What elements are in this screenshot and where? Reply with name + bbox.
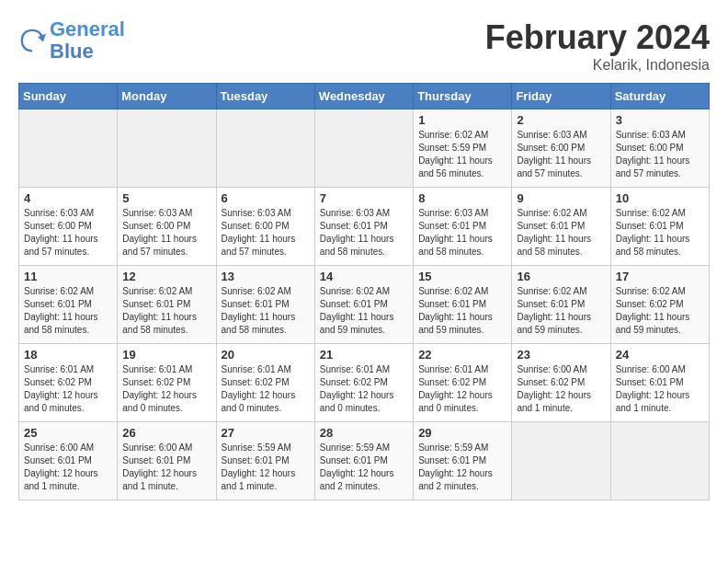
day-number: 18: [24, 348, 112, 362]
day-info: Sunrise: 6:03 AM Sunset: 6:00 PM Dayligh…: [122, 207, 210, 259]
day-number: 20: [222, 348, 310, 362]
header-cell-tuesday: Tuesday: [216, 84, 314, 109]
day-info: Sunrise: 6:03 AM Sunset: 6:00 PM Dayligh…: [24, 207, 112, 259]
week-row-5: 25Sunrise: 6:00 AM Sunset: 6:01 PM Dayli…: [19, 422, 710, 500]
day-cell: 22Sunrise: 6:01 AM Sunset: 6:02 PM Dayli…: [414, 344, 512, 422]
header-cell-friday: Friday: [512, 84, 610, 109]
day-number: 13: [222, 270, 310, 283]
logo-icon: [18, 27, 46, 54]
day-info: Sunrise: 5:59 AM Sunset: 6:01 PM Dayligh…: [320, 442, 408, 493]
title-area: February 2024 Kelarik, Indonesia: [485, 18, 710, 74]
day-info: Sunrise: 6:02 AM Sunset: 6:01 PM Dayligh…: [222, 285, 310, 337]
day-cell: 11Sunrise: 6:02 AM Sunset: 6:01 PM Dayli…: [19, 266, 118, 344]
day-info: Sunrise: 6:01 AM Sunset: 6:02 PM Dayligh…: [222, 363, 310, 415]
day-info: Sunrise: 6:00 AM Sunset: 6:01 PM Dayligh…: [122, 442, 210, 493]
header-cell-thursday: Thursday: [414, 84, 512, 109]
day-cell: 9Sunrise: 6:02 AM Sunset: 6:01 PM Daylig…: [512, 188, 610, 266]
day-cell: 1Sunrise: 6:02 AM Sunset: 5:59 PM Daylig…: [414, 109, 512, 188]
day-cell: 18Sunrise: 6:01 AM Sunset: 6:02 PM Dayli…: [19, 344, 118, 422]
day-info: Sunrise: 6:03 AM Sunset: 6:00 PM Dayligh…: [222, 207, 310, 259]
day-cell: 19Sunrise: 6:01 AM Sunset: 6:02 PM Dayli…: [118, 344, 216, 422]
day-info: Sunrise: 6:03 AM Sunset: 6:01 PM Dayligh…: [320, 207, 408, 259]
day-number: 29: [418, 426, 506, 440]
day-cell: [314, 109, 413, 188]
day-info: Sunrise: 6:02 AM Sunset: 5:59 PM Dayligh…: [418, 129, 506, 180]
day-info: Sunrise: 6:01 AM Sunset: 6:02 PM Dayligh…: [122, 363, 210, 415]
day-cell: 23Sunrise: 6:00 AM Sunset: 6:02 PM Dayli…: [512, 344, 610, 422]
day-info: Sunrise: 6:03 AM Sunset: 6:01 PM Dayligh…: [418, 207, 506, 259]
main-title: February 2024: [485, 18, 710, 57]
logo: General Blue: [18, 18, 125, 63]
day-number: 24: [616, 348, 704, 362]
day-cell: 27Sunrise: 5:59 AM Sunset: 6:01 PM Dayli…: [216, 422, 314, 500]
day-number: 16: [517, 270, 605, 283]
header-cell-monday: Monday: [118, 84, 216, 109]
day-number: 19: [122, 348, 210, 362]
day-number: 1: [418, 113, 506, 127]
day-number: 14: [320, 270, 408, 283]
day-number: 27: [222, 426, 310, 440]
day-number: 28: [320, 426, 408, 440]
day-info: Sunrise: 5:59 AM Sunset: 6:01 PM Dayligh…: [418, 442, 506, 493]
day-info: Sunrise: 6:01 AM Sunset: 6:02 PM Dayligh…: [24, 363, 112, 415]
day-info: Sunrise: 6:03 AM Sunset: 6:00 PM Dayligh…: [616, 129, 704, 180]
day-number: 4: [24, 191, 112, 205]
day-cell: [118, 109, 216, 188]
day-number: 22: [418, 348, 506, 362]
day-info: Sunrise: 6:01 AM Sunset: 6:02 PM Dayligh…: [320, 363, 408, 415]
day-number: 2: [517, 113, 605, 127]
day-cell: [610, 422, 709, 500]
subtitle: Kelarik, Indonesia: [485, 57, 710, 74]
day-number: 15: [418, 270, 506, 283]
day-cell: 26Sunrise: 6:00 AM Sunset: 6:01 PM Dayli…: [118, 422, 216, 500]
header: General Blue February 2024 Kelarik, Indo…: [18, 18, 710, 74]
day-info: Sunrise: 6:02 AM Sunset: 6:01 PM Dayligh…: [517, 285, 605, 337]
day-cell: [512, 422, 610, 500]
day-cell: [19, 109, 118, 188]
day-number: 17: [616, 270, 704, 283]
day-cell: 8Sunrise: 6:03 AM Sunset: 6:01 PM Daylig…: [414, 188, 512, 266]
day-cell: 28Sunrise: 5:59 AM Sunset: 6:01 PM Dayli…: [314, 422, 413, 500]
day-cell: 16Sunrise: 6:02 AM Sunset: 6:01 PM Dayli…: [512, 266, 610, 344]
day-cell: [216, 109, 314, 188]
day-cell: 7Sunrise: 6:03 AM Sunset: 6:01 PM Daylig…: [314, 188, 413, 266]
day-info: Sunrise: 6:02 AM Sunset: 6:01 PM Dayligh…: [122, 285, 210, 337]
day-info: Sunrise: 6:03 AM Sunset: 6:00 PM Dayligh…: [517, 129, 605, 180]
day-info: Sunrise: 5:59 AM Sunset: 6:01 PM Dayligh…: [222, 442, 310, 493]
day-number: 25: [24, 426, 112, 440]
calendar-header-row: SundayMondayTuesdayWednesdayThursdayFrid…: [19, 84, 710, 109]
day-cell: 29Sunrise: 5:59 AM Sunset: 6:01 PM Dayli…: [414, 422, 512, 500]
day-cell: 6Sunrise: 6:03 AM Sunset: 6:00 PM Daylig…: [216, 188, 314, 266]
week-row-4: 18Sunrise: 6:01 AM Sunset: 6:02 PM Dayli…: [19, 344, 710, 422]
week-row-3: 11Sunrise: 6:02 AM Sunset: 6:01 PM Dayli…: [19, 266, 710, 344]
day-cell: 4Sunrise: 6:03 AM Sunset: 6:00 PM Daylig…: [19, 188, 118, 266]
day-number: 12: [122, 270, 210, 283]
day-cell: 12Sunrise: 6:02 AM Sunset: 6:01 PM Dayli…: [118, 266, 216, 344]
day-info: Sunrise: 6:02 AM Sunset: 6:01 PM Dayligh…: [616, 207, 704, 259]
day-info: Sunrise: 6:02 AM Sunset: 6:01 PM Dayligh…: [24, 285, 112, 337]
day-number: 7: [320, 191, 408, 205]
day-number: 23: [517, 348, 605, 362]
day-cell: 14Sunrise: 6:02 AM Sunset: 6:01 PM Dayli…: [314, 266, 413, 344]
day-info: Sunrise: 6:02 AM Sunset: 6:01 PM Dayligh…: [517, 207, 605, 259]
week-row-1: 1Sunrise: 6:02 AM Sunset: 5:59 PM Daylig…: [19, 109, 710, 188]
day-cell: 3Sunrise: 6:03 AM Sunset: 6:00 PM Daylig…: [610, 109, 709, 188]
day-number: 9: [517, 191, 605, 205]
day-cell: 5Sunrise: 6:03 AM Sunset: 6:00 PM Daylig…: [118, 188, 216, 266]
day-number: 5: [122, 191, 210, 205]
day-cell: 10Sunrise: 6:02 AM Sunset: 6:01 PM Dayli…: [610, 188, 709, 266]
day-info: Sunrise: 6:02 AM Sunset: 6:01 PM Dayligh…: [418, 285, 506, 337]
day-cell: 2Sunrise: 6:03 AM Sunset: 6:00 PM Daylig…: [512, 109, 610, 188]
day-info: Sunrise: 6:00 AM Sunset: 6:02 PM Dayligh…: [517, 363, 605, 415]
calendar-table: SundayMondayTuesdayWednesdayThursdayFrid…: [18, 83, 710, 500]
header-cell-sunday: Sunday: [19, 84, 118, 109]
header-cell-wednesday: Wednesday: [314, 84, 413, 109]
day-number: 8: [418, 191, 506, 205]
day-cell: 24Sunrise: 6:00 AM Sunset: 6:01 PM Dayli…: [610, 344, 709, 422]
day-info: Sunrise: 6:00 AM Sunset: 6:01 PM Dayligh…: [616, 363, 704, 415]
day-cell: 17Sunrise: 6:02 AM Sunset: 6:02 PM Dayli…: [610, 266, 709, 344]
day-cell: 21Sunrise: 6:01 AM Sunset: 6:02 PM Dayli…: [314, 344, 413, 422]
day-cell: 25Sunrise: 6:00 AM Sunset: 6:01 PM Dayli…: [19, 422, 118, 500]
day-number: 3: [616, 113, 704, 127]
day-cell: 13Sunrise: 6:02 AM Sunset: 6:01 PM Dayli…: [216, 266, 314, 344]
